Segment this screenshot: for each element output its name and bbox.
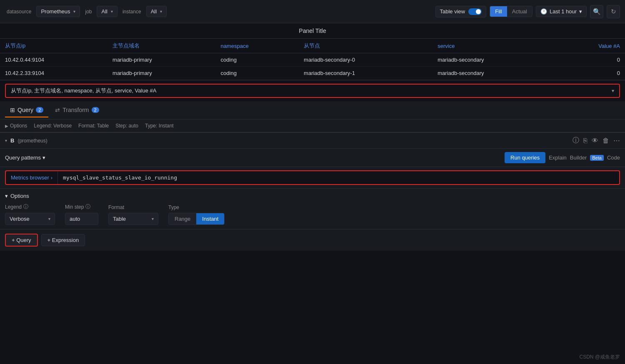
time-range-arrow: ▾ <box>579 8 582 15</box>
format-select[interactable]: Table ▾ <box>108 213 158 225</box>
refresh-icon: ↻ <box>611 8 616 15</box>
transform-tab-badge: 2 <box>92 107 99 113</box>
table-cell-1-1: mariadb-primary <box>108 67 216 80</box>
add-expression-button[interactable]: + Expression <box>41 234 85 246</box>
time-range-button[interactable]: 🕐 Last 1 hour ▾ <box>536 6 587 17</box>
column-filter-text: 从节点ip, 主节点域名, namespace, 从节点, service, V… <box>11 87 612 95</box>
code-button[interactable]: Code <box>607 155 620 161</box>
legend-select-value: Verbose <box>10 216 30 222</box>
instance-selector[interactable]: All ▾ <box>146 6 167 17</box>
zoom-button[interactable]: 🔍 <box>590 5 603 18</box>
options-toggle[interactable]: ▶ Options <box>5 123 27 129</box>
builder-label[interactable]: Builder <box>570 155 587 161</box>
table-row: 10.42.2.33:9104mariadb-primarycodingmari… <box>0 67 625 80</box>
col-header-4[interactable]: 从节点 <box>299 39 432 53</box>
format-option: Format: Table <box>78 123 109 129</box>
options-label: Options <box>10 123 27 129</box>
step-option: Step: auto <box>115 123 138 129</box>
options-section-title[interactable]: ▾ Options <box>5 193 620 199</box>
table-cell-1-5: 0 <box>556 67 625 80</box>
col-header-2[interactable]: 主节点域名 <box>108 39 216 53</box>
panel-title: Panel Title <box>0 23 625 39</box>
table-cell-0-0: 10.42.0.44:9104 <box>0 53 108 67</box>
table-cell-0-1: mariadb-primary <box>108 53 216 67</box>
query-icon: ⊞ <box>10 107 15 113</box>
metrics-row: Metrics browser › <box>5 170 620 185</box>
type-buttons: Range Instant <box>168 213 225 225</box>
query-trash-icon[interactable]: 🗑 <box>602 137 609 145</box>
toolbar-left: datasource Prometheus ▾ job All ▾ instan… <box>5 6 432 17</box>
query-tab-label: Query <box>18 107 33 113</box>
actual-button[interactable]: Actual <box>507 6 532 17</box>
min-step-field-label: Min step ⓘ <box>65 203 98 210</box>
transform-tab-label: Transform <box>62 107 89 113</box>
time-range-label: Last 1 hour <box>550 8 577 15</box>
datasource-arrow: ▾ <box>73 9 75 14</box>
job-label: job <box>83 9 93 15</box>
query-patterns-button[interactable]: Query patterns ▾ <box>5 155 45 161</box>
legend-select[interactable]: Verbose ▾ <box>5 213 55 225</box>
datasource-selector[interactable]: Prometheus ▾ <box>36 6 80 17</box>
table-cell-0-3: mariadb-secondary-0 <box>299 53 432 67</box>
table-cell-1-4: mariadb-secondary <box>432 67 556 80</box>
query-header: ▾ B (prometheus) ⓘ ⎘ 👁 🗑 ⋯ <box>0 133 625 149</box>
type-field: Type Range Instant <box>168 204 225 225</box>
query-patterns-row: Query patterns ▾ Run queries Explain Bui… <box>0 149 625 167</box>
tabs-bar: ⊞ Query 2 ⇄ Transform 2 <box>0 101 625 120</box>
data-table: 从节点ip 主节点域名 namespace 从节点 service Value … <box>0 39 625 80</box>
query-tab-badge: 2 <box>36 107 43 113</box>
beta-badge: Beta <box>590 155 604 161</box>
options-section-collapse: ▾ <box>5 193 8 199</box>
options-section-label: Options <box>10 193 29 199</box>
bottom-bar: + Query + Expression <box>0 229 625 251</box>
fill-button[interactable]: Fill <box>490 6 507 17</box>
datasource-value: Prometheus <box>41 8 70 15</box>
query-id-label: B <box>10 137 14 144</box>
explain-button[interactable]: Explain <box>549 155 567 161</box>
metrics-browser-button[interactable]: Metrics browser › <box>6 171 58 184</box>
query-patterns-label: Query patterns <box>5 155 41 161</box>
add-query-button[interactable]: + Query <box>5 234 38 247</box>
col-header-3[interactable]: namespace <box>216 39 299 53</box>
query-copy-icon[interactable]: ⎘ <box>583 137 588 145</box>
table-cell-1-0: 10.42.2.33:9104 <box>0 67 108 80</box>
table-header-row: 从节点ip 主节点域名 namespace 从节点 service Value … <box>0 39 625 53</box>
type-option: Type: Instant <box>145 123 174 129</box>
table-view-toggle[interactable]: Table view <box>435 6 487 17</box>
min-step-info-icon: ⓘ <box>85 203 90 210</box>
legend-option: Legend: Verbose <box>34 123 72 129</box>
job-selector[interactable]: All ▾ <box>97 6 117 17</box>
format-field: Format Table ▾ <box>108 204 158 225</box>
type-range-button[interactable]: Range <box>169 213 196 224</box>
tab-transform[interactable]: ⇄ Transform 2 <box>50 103 104 117</box>
table-cell-1-2: coding <box>216 67 299 80</box>
legend-select-arrow: ▾ <box>48 217 50 221</box>
clock-icon: 🕐 <box>540 8 547 15</box>
col-header-5[interactable]: service <box>432 39 556 53</box>
table-cell-0-4: mariadb-secondary <box>432 53 556 67</box>
query-collapse-icon[interactable]: ▾ <box>5 138 7 143</box>
query-patterns-arrow: ▾ <box>42 155 45 161</box>
legend-field: Legend ⓘ Verbose ▾ <box>5 203 55 225</box>
type-instant-button[interactable]: Instant <box>196 213 224 224</box>
run-queries-button[interactable]: Run queries <box>505 152 545 163</box>
query-eye-icon[interactable]: 👁 <box>592 137 598 145</box>
options-collapse-icon: ▶ <box>5 124 8 128</box>
table-view-track[interactable] <box>468 8 482 15</box>
column-filter[interactable]: 从节点ip, 主节点域名, namespace, 从节点, service, V… <box>5 84 620 98</box>
options-section: ▾ Options Legend ⓘ Verbose ▾ Min step ⓘ <box>0 188 625 229</box>
metrics-query-input[interactable] <box>58 171 619 184</box>
query-info-icon[interactable]: ⓘ <box>572 136 579 145</box>
tab-query[interactable]: ⊞ Query 2 <box>5 103 48 117</box>
query-block: ▾ B (prometheus) ⓘ ⎘ 👁 🗑 ⋯ Query pattern… <box>0 132 625 229</box>
options-fields: Legend ⓘ Verbose ▾ Min step ⓘ Forma <box>5 203 620 225</box>
table-row: 10.42.0.44:9104mariadb-primarycodingmari… <box>0 53 625 67</box>
min-step-input[interactable] <box>65 213 98 225</box>
table-view-label: Table view <box>440 8 465 15</box>
job-arrow: ▾ <box>111 9 113 14</box>
fill-actual-selector: Fill Actual <box>490 6 532 17</box>
refresh-button[interactable]: ↻ <box>607 5 620 18</box>
query-more-icon[interactable]: ⋯ <box>613 137 620 145</box>
col-header-1[interactable]: 从节点ip <box>0 39 108 53</box>
col-header-6[interactable]: Value #A <box>556 39 625 53</box>
